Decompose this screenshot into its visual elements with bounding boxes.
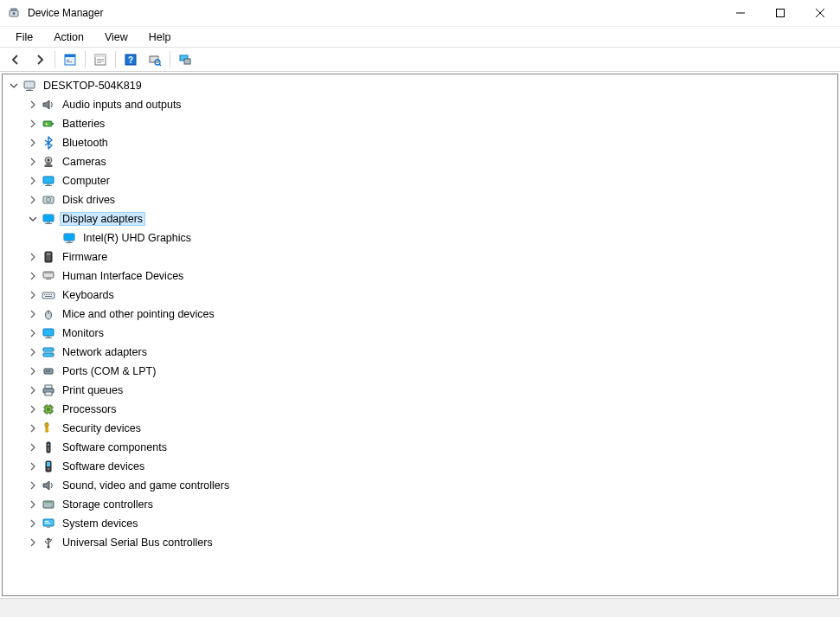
tree-item-cameras[interactable]: Cameras <box>6 152 837 171</box>
tree-item-computer[interactable]: Computer <box>6 171 837 190</box>
tree-item-intel-uhd[interactable]: Intel(R) UHD Graphics <box>6 228 837 247</box>
tree-item-storage[interactable]: Storage controllers <box>6 495 837 514</box>
properties-button[interactable] <box>88 49 112 70</box>
tree-item-label: System devices <box>60 517 141 530</box>
menu-file[interactable]: File <box>7 29 42 45</box>
chevron-right-icon[interactable] <box>27 422 39 434</box>
tree-item-ports[interactable]: Ports (COM & LPT) <box>6 362 837 381</box>
keyboard-icon <box>41 287 56 303</box>
chevron-right-icon[interactable] <box>27 270 39 282</box>
help-icon <box>124 53 138 67</box>
chevron-right-icon[interactable] <box>27 403 39 415</box>
cpu-icon <box>41 402 56 417</box>
bluetooth-icon <box>41 135 56 151</box>
tree-item-system[interactable]: System devices <box>6 514 837 533</box>
storage-icon <box>41 497 56 512</box>
menubar: File Action View Help <box>0 26 840 47</box>
minimize-button[interactable] <box>721 0 760 26</box>
tree-item-label: Print queues <box>60 383 125 397</box>
swcomp-icon <box>41 440 56 455</box>
chevron-right-icon[interactable] <box>27 251 39 263</box>
tree-item-batteries[interactable]: Batteries <box>6 114 837 133</box>
menu-view[interactable]: View <box>96 29 137 45</box>
window-title: Device Manager <box>28 7 103 19</box>
tree-item-label: Cameras <box>60 155 109 169</box>
network-icon <box>41 344 56 360</box>
tree-item-keyboards[interactable]: Keyboards <box>6 286 837 305</box>
tree-item-label: Display adapters <box>60 212 145 226</box>
tree-item-label: Firmware <box>60 250 110 264</box>
camera-icon <box>41 154 56 170</box>
tree-item-firmware[interactable]: Firmware <box>6 247 837 267</box>
menu-help[interactable]: Help <box>140 29 180 45</box>
tree-item-swcomp[interactable]: Software components <box>6 438 837 457</box>
chevron-right-icon[interactable] <box>27 99 39 111</box>
tree-item-label: Batteries <box>60 117 107 131</box>
chevron-right-icon[interactable] <box>27 441 39 453</box>
chevron-down-icon[interactable] <box>27 213 39 225</box>
help-button[interactable] <box>119 49 143 70</box>
tree-item-usb[interactable]: Universal Serial Bus controllers <box>6 533 837 552</box>
chevron-right-icon[interactable] <box>27 194 39 206</box>
chevron-right-icon[interactable] <box>27 327 39 339</box>
swdev-icon <box>41 459 56 474</box>
tree-item-sound[interactable]: Sound, video and game controllers <box>6 476 837 495</box>
monitor-icon <box>41 325 56 341</box>
statusbar <box>0 598 840 617</box>
window-controls <box>721 0 840 26</box>
chevron-right-icon[interactable] <box>27 365 39 377</box>
tree-item-display[interactable]: Display adapters <box>6 209 837 228</box>
device-tree[interactable]: DESKTOP-504K819Audio inputs and outputsB… <box>2 74 838 596</box>
tree-item-swdev[interactable]: Software devices <box>6 457 837 476</box>
chevron-right-icon[interactable] <box>27 308 39 320</box>
tree-item-label: DESKTOP-504K819 <box>41 79 144 93</box>
scan-hardware-button[interactable] <box>143 49 167 70</box>
chevron-right-icon[interactable] <box>27 175 39 187</box>
devices-printers-button[interactable] <box>173 49 197 70</box>
show-hidden-button[interactable] <box>58 49 82 70</box>
chevron-right-icon[interactable] <box>27 118 39 130</box>
tree-item-label: Security devices <box>60 421 144 435</box>
tree-item-root[interactable]: DESKTOP-504K819 <box>6 76 837 95</box>
chevron-right-icon[interactable] <box>27 498 39 511</box>
tree-item-label: Disk drives <box>60 193 118 207</box>
port-icon <box>41 363 56 379</box>
back-button[interactable] <box>3 49 28 70</box>
tree-item-label: Software components <box>60 440 170 454</box>
audio-icon <box>41 478 56 493</box>
chevron-right-icon[interactable] <box>27 384 39 396</box>
audio-icon <box>41 97 56 112</box>
svg-rect-96 <box>777 10 785 17</box>
chevron-right-icon[interactable] <box>27 479 39 492</box>
tree-item-security[interactable]: Security devices <box>6 419 837 438</box>
tree-item-hid[interactable]: Human Interface Devices <box>6 267 837 286</box>
display-icon <box>41 211 56 227</box>
forward-button[interactable] <box>28 49 52 70</box>
tree-item-mice[interactable]: Mice and other pointing devices <box>6 305 837 324</box>
window: Device Manager File Action View Help DES… <box>0 0 840 617</box>
maximize-button[interactable] <box>760 0 800 26</box>
battery-icon <box>41 116 56 132</box>
tree-item-bluetooth[interactable]: Bluetooth <box>6 133 837 152</box>
chevron-down-icon[interactable] <box>8 80 20 92</box>
menu-action[interactable]: Action <box>45 29 93 45</box>
chevron-right-icon[interactable] <box>27 289 39 301</box>
tree-item-processors[interactable]: Processors <box>6 400 837 419</box>
chevron-right-icon[interactable] <box>27 156 39 168</box>
chevron-right-icon[interactable] <box>27 137 39 149</box>
tree-item-printers[interactable]: Print queues <box>6 381 837 400</box>
chevron-right-icon[interactable] <box>27 460 39 472</box>
tree-item-diskdrives[interactable]: Disk drives <box>6 190 837 209</box>
chevron-right-icon[interactable] <box>27 517 39 530</box>
tree-item-audio[interactable]: Audio inputs and outputs <box>6 95 837 114</box>
tree-item-label: Software devices <box>60 460 147 473</box>
tree-item-label: Keyboards <box>60 288 117 302</box>
tree-item-network[interactable]: Network adapters <box>6 343 837 362</box>
titlebar: Device Manager <box>0 0 840 26</box>
printer-icon <box>41 382 56 398</box>
tree-item-monitors[interactable]: Monitors <box>6 324 837 343</box>
chevron-right-icon[interactable] <box>27 537 39 549</box>
chevron-right-icon[interactable] <box>27 346 39 358</box>
tree-item-label: Human Interface Devices <box>60 269 186 283</box>
close-button[interactable] <box>800 0 840 26</box>
